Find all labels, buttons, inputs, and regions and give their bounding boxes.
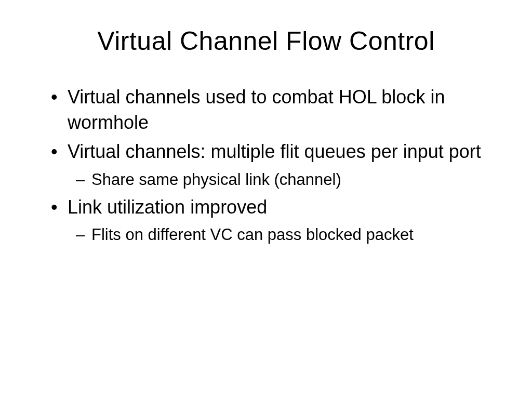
slide-title: Virtual Channel Flow Control <box>36 26 496 56</box>
bullet-item: Virtual channels: multiple flit queues p… <box>47 139 496 190</box>
slide-content: Virtual channels used to combat HOL bloc… <box>36 85 496 246</box>
sub-bullet-list: Flits on different VC can pass blocked p… <box>68 224 496 246</box>
bullet-list: Virtual channels used to combat HOL bloc… <box>47 85 496 246</box>
sub-bullet-text: Share same physical link (channel) <box>91 170 341 189</box>
sub-bullet-text: Flits on different VC can pass blocked p… <box>91 225 414 244</box>
bullet-item: Link utilization improved Flits on diffe… <box>47 195 496 246</box>
bullet-item: Virtual channels used to combat HOL bloc… <box>47 85 496 135</box>
slide: Virtual Channel Flow Control Virtual cha… <box>0 0 532 399</box>
sub-bullet-list: Share same physical link (channel) <box>68 169 496 191</box>
bullet-text: Virtual channels: multiple flit queues p… <box>68 141 481 162</box>
sub-bullet-item: Flits on different VC can pass blocked p… <box>68 224 496 246</box>
sub-bullet-item: Share same physical link (channel) <box>68 169 496 191</box>
bullet-text: Virtual channels used to combat HOL bloc… <box>68 86 445 133</box>
bullet-text: Link utilization improved <box>68 196 267 218</box>
